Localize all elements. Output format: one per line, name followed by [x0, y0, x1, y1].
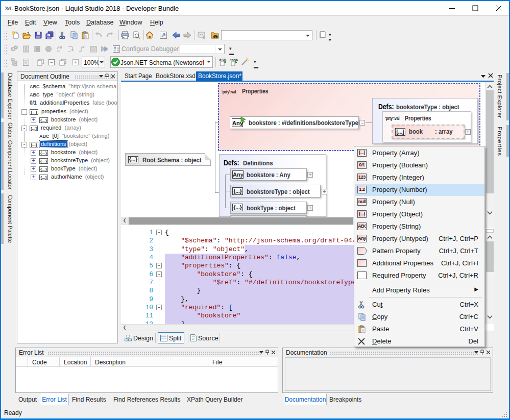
svg-text:JSON: JSON	[230, 58, 238, 62]
svg-text:XML: XML	[5, 6, 13, 11]
